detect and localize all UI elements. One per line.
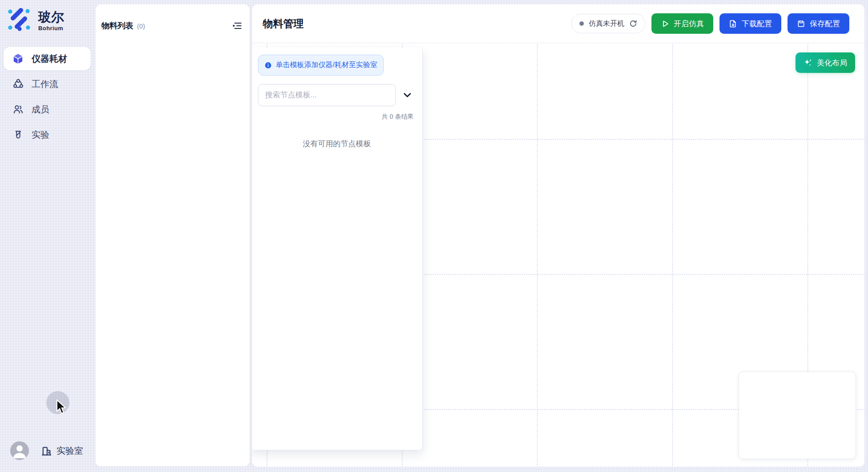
sidebar-item-experiments[interactable]: 实验	[4, 123, 91, 146]
layout-canvas[interactable]: 单击模板添加仪器/耗材至实验室 共 0 条结果 没有可用的节点模板	[252, 44, 864, 467]
brand-text: 玻尔 Bohrium	[38, 7, 64, 32]
result-count: 共 0 条结果	[258, 113, 416, 121]
start-simulation-label: 开启仿真	[674, 19, 704, 29]
lab-selector[interactable]: 实验室	[40, 445, 83, 457]
save-icon	[797, 20, 805, 28]
sparkles-icon	[804, 58, 812, 67]
play-icon	[661, 20, 669, 28]
sidebar: 玻尔 Bohrium 仪器耗材	[0, 0, 96, 472]
sim-status-label: 仿真未开机	[589, 19, 624, 28]
sidebar-item-label: 工作流	[32, 78, 58, 90]
user-avatar[interactable]	[10, 441, 29, 460]
members-icon	[12, 104, 24, 116]
brand-name: 玻尔	[38, 9, 64, 24]
refresh-icon[interactable]	[629, 20, 637, 28]
start-simulation-button[interactable]: 开启仿真	[651, 13, 713, 34]
sidebar-item-label: 成员	[32, 104, 49, 116]
sidebar-item-members[interactable]: 成员	[4, 98, 91, 121]
brand-logo: 玻尔 Bohrium	[6, 7, 64, 32]
sidebar-footer: 实验室	[10, 441, 83, 460]
sidebar-item-workflow[interactable]: 工作流	[4, 72, 91, 96]
minimap[interactable]	[739, 372, 856, 459]
mouse-cursor	[56, 400, 67, 415]
main-content: 物料管理 仿真未开机 开启仿真	[252, 4, 864, 467]
collapse-panel-icon[interactable]	[232, 20, 242, 31]
empty-templates-text: 没有可用的节点模板	[258, 139, 416, 149]
page-title: 物料管理	[263, 17, 304, 31]
info-banner-text: 单击模板添加仪器/耗材至实验室	[276, 60, 377, 70]
cube-icon	[12, 53, 24, 65]
test-tube-icon	[12, 129, 24, 141]
materials-list-title: 物料列表	[101, 20, 133, 31]
header-controls: 仿真未开机 开启仿真	[571, 13, 849, 34]
materials-list-panel: 物料列表 (0)	[96, 4, 249, 466]
template-search-row	[258, 84, 416, 106]
beautify-layout-label: 美化布局	[817, 58, 847, 68]
template-search-input[interactable]	[258, 84, 396, 106]
materials-list-header: 物料列表 (0)	[96, 4, 249, 31]
sidebar-item-instruments[interactable]: 仪器耗材	[4, 47, 91, 70]
sidebar-nav: 仪器耗材 工作流 成员	[4, 47, 91, 146]
file-download-icon	[729, 20, 737, 28]
workflow-icon	[12, 78, 24, 90]
brand-subname: Bohrium	[38, 25, 64, 32]
sidebar-item-label: 仪器耗材	[32, 53, 67, 65]
chevron-down-icon[interactable]	[402, 90, 412, 100]
node-template-panel: 单击模板添加仪器/耗材至实验室 共 0 条结果 没有可用的节点模板	[252, 48, 423, 450]
bohrium-logo-icon	[6, 7, 32, 32]
main-header: 物料管理 仿真未开机 开启仿真	[252, 4, 864, 43]
save-config-button[interactable]: 保存配置	[788, 13, 849, 34]
building-icon	[40, 445, 52, 457]
sim-status-pill[interactable]: 仿真未开机	[571, 14, 645, 33]
beautify-layout-button[interactable]: 美化布局	[796, 52, 855, 73]
sidebar-item-label: 实验	[32, 129, 49, 141]
info-banner: 单击模板添加仪器/耗材至实验室	[258, 55, 384, 76]
materials-list-count: (0)	[137, 22, 145, 30]
download-config-label: 下载配置	[742, 19, 772, 29]
lab-label: 实验室	[56, 445, 83, 457]
save-config-label: 保存配置	[810, 19, 840, 29]
status-dot-icon	[579, 21, 584, 26]
info-icon	[265, 62, 272, 69]
download-config-button[interactable]: 下载配置	[719, 13, 781, 34]
